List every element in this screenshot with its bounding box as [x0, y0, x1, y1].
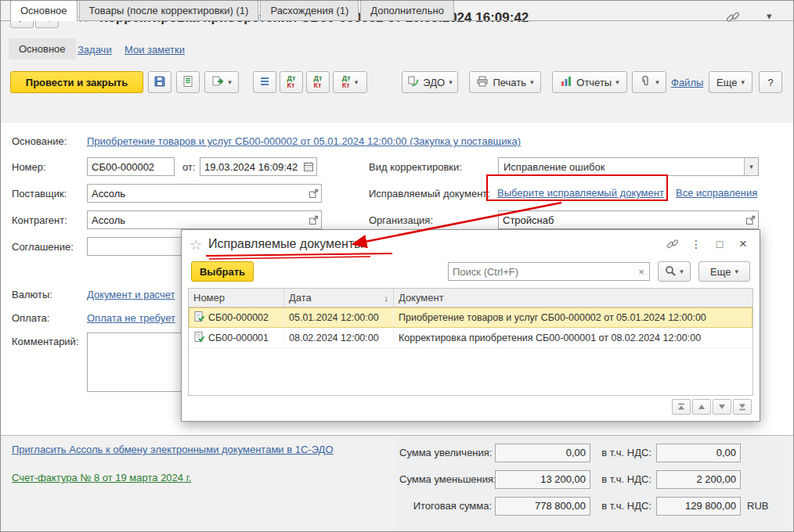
- edo-invite-link[interactable]: Пригласить Ассоль к обмену электронными …: [12, 444, 334, 455]
- tab-goods-after-correction[interactable]: Товары (после корректировки) (1): [79, 0, 259, 20]
- nav-item-main[interactable]: Основное: [9, 38, 76, 59]
- corrected-doc-label: Исправляемый документ:: [369, 188, 490, 200]
- popup-star-icon[interactable]: ☆: [189, 236, 202, 253]
- search-button[interactable]: ▾: [658, 261, 691, 282]
- tab-additional[interactable]: Дополнительно: [360, 0, 454, 20]
- corrected-documents-popup: ☆ Исправляемые документы ⋮ □ × Выбрать ×…: [181, 229, 760, 422]
- create-based-on-button[interactable]: ▾: [204, 71, 239, 93]
- organization-input[interactable]: [498, 210, 759, 229]
- table-row[interactable]: СБ00-000001 08.02.2024 12:00:00 Корректи…: [189, 328, 752, 348]
- printer-icon: [476, 75, 489, 90]
- document-check-icon: [193, 311, 205, 325]
- tab-main[interactable]: Основное: [10, 0, 78, 21]
- all-corrections-link[interactable]: Все исправления: [676, 187, 757, 199]
- column-header-document[interactable]: Документ: [394, 289, 752, 307]
- more-menu-button[interactable]: Еще ▾: [709, 71, 752, 93]
- save-button[interactable]: [148, 71, 171, 93]
- correction-type-combo[interactable]: Исправление ошибок ▾: [498, 157, 759, 176]
- popup-kebab-icon[interactable]: ⋮: [688, 236, 705, 252]
- edo-label: ЭДО: [423, 77, 445, 88]
- supplier-label: Поставщик:: [12, 188, 67, 200]
- popup-title: Исправляемые документы: [208, 237, 363, 251]
- open-item-icon[interactable]: [306, 213, 320, 227]
- open-item-icon[interactable]: [306, 186, 320, 200]
- popup-get-link-icon[interactable]: [664, 236, 681, 252]
- open-item-icon[interactable]: [743, 213, 757, 227]
- more-label: Еще: [716, 77, 737, 88]
- page-down-button[interactable]: [713, 399, 731, 415]
- search-clear-icon[interactable]: ×: [633, 262, 650, 281]
- dt-kt-alt-button[interactable]: ДтКт: [306, 71, 330, 93]
- chevron-down-icon: ▾: [680, 268, 684, 275]
- basis-label: Основание:: [12, 135, 67, 147]
- correction-type-label: Вид корректировки:: [369, 161, 462, 173]
- popup-select-label: Выбрать: [200, 266, 245, 278]
- basis-link[interactable]: Приобретение товаров и услуг СБ00-000002…: [87, 135, 521, 147]
- files-link[interactable]: Файлы: [671, 77, 703, 88]
- total-value: 778 800,00: [495, 497, 590, 516]
- totals-panel: Сумма увеличения: 0,00 в т.ч. НДС: 0,00 …: [395, 437, 789, 530]
- increase-label: Сумма увеличения:: [399, 444, 492, 462]
- paperclip-icon: [639, 75, 651, 90]
- organization-label: Организация:: [369, 214, 433, 226]
- row-document: Приобретение товаров и услуг СБ00-000002…: [399, 312, 706, 323]
- tab-discrepancies[interactable]: Расхождения (1): [260, 0, 359, 20]
- payment-link[interactable]: Оплата не требует: [87, 312, 175, 324]
- go-to-bottom-button[interactable]: [733, 399, 752, 415]
- popup-more-button[interactable]: Еще ▾: [698, 261, 750, 282]
- column-header-date[interactable]: Дата↓: [284, 289, 394, 307]
- calendar-icon[interactable]: [301, 160, 316, 174]
- invoice-link[interactable]: Счет-фактура № 8 от 19 марта 2024 г.: [12, 472, 191, 483]
- reports-menu-button[interactable]: Отчеты ▾: [552, 71, 627, 93]
- post-and-close-label: Провести и закрыть: [26, 77, 128, 88]
- list-icon: [258, 75, 271, 90]
- nav-link-tasks[interactable]: Задачи: [78, 44, 112, 56]
- row-number: СБ00-000002: [208, 312, 269, 323]
- app-window: ← → ☆ Корректировка приобретения СБ00-00…: [0, 0, 794, 532]
- corrected-doc-link[interactable]: Выберите исправляемый документ: [497, 187, 664, 199]
- nav-link-notes[interactable]: Мои заметки: [125, 44, 185, 56]
- go-to-top-button[interactable]: [672, 399, 691, 415]
- post-and-close-button[interactable]: Провести и закрыть: [10, 71, 143, 93]
- totals-row-increase: Сумма увеличения: 0,00 в т.ч. НДС: 0,00: [395, 444, 789, 462]
- sort-desc-icon: ↓: [384, 293, 389, 303]
- decrease-value: 13 200,00: [495, 470, 590, 489]
- post-document-icon: [182, 75, 194, 90]
- help-button[interactable]: ?: [759, 71, 782, 93]
- popup-maximize-icon[interactable]: □: [711, 236, 728, 252]
- document-check-icon: [193, 331, 205, 345]
- dt-kt-menu-button[interactable]: ДтКт ▾: [333, 71, 367, 93]
- popup-close-icon[interactable]: ×: [734, 236, 752, 252]
- currencies-link[interactable]: Документ и расчет: [87, 289, 175, 300]
- popup-search-input[interactable]: [448, 262, 634, 281]
- increase-vat-label: в т.ч. НДС:: [595, 444, 651, 462]
- attachments-menu-button[interactable]: ▾: [632, 71, 666, 93]
- chevron-down-icon[interactable]: ▾: [744, 158, 758, 175]
- column-header-number[interactable]: Номер: [189, 289, 284, 307]
- dt-kt-button[interactable]: ДтКт: [280, 71, 303, 93]
- totals-row-total: Итоговая сумма: 778 800,00 в т.ч. НДС: 1…: [395, 497, 789, 516]
- number-input[interactable]: [87, 157, 175, 176]
- popup-select-button[interactable]: Выбрать: [191, 261, 254, 282]
- page-up-button[interactable]: [692, 399, 711, 415]
- from-label: от:: [182, 161, 196, 173]
- print-label: Печать: [493, 77, 526, 88]
- payment-label: Оплата:: [12, 312, 49, 324]
- documents-table: Номер Дата↓ Документ СБ00-000002 05.01.2…: [188, 288, 753, 396]
- debit-credit-icon: ДтКт: [314, 75, 323, 89]
- print-menu-button[interactable]: Печать ▾: [469, 71, 541, 93]
- post-document-button[interactable]: [176, 71, 200, 93]
- magnifier-icon: [665, 265, 676, 279]
- counterparty-input[interactable]: [87, 210, 322, 229]
- supplier-input[interactable]: [87, 184, 322, 203]
- help-label: ?: [767, 77, 773, 88]
- chevron-down-icon: ▾: [734, 268, 738, 275]
- chevron-down-icon: ▾: [655, 79, 659, 86]
- edo-menu-button[interactable]: ЭДО ▾: [402, 71, 458, 93]
- popup-more-label: Еще: [710, 266, 731, 278]
- register-records-button[interactable]: [253, 71, 276, 93]
- date-input[interactable]: [200, 157, 317, 176]
- chevron-down-icon: ▾: [741, 79, 745, 86]
- table-row[interactable]: СБ00-000002 05.01.2024 12:00:00 Приобрет…: [189, 307, 752, 328]
- floppy-icon: [153, 75, 166, 90]
